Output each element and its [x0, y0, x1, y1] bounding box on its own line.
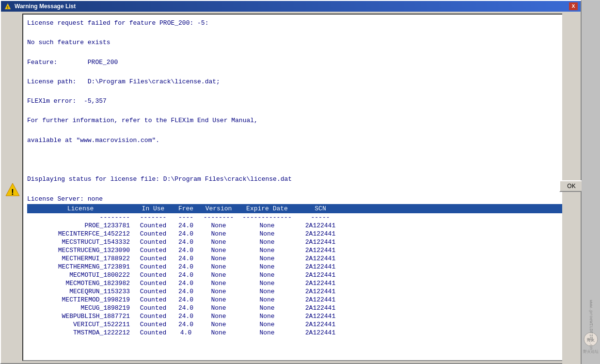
- cell-none: None: [238, 230, 296, 237]
- cell-license: MECTIREMOD_1998219: [27, 296, 134, 303]
- cell-inuse: Counted: [134, 329, 173, 336]
- ok-button[interactable]: OK: [559, 180, 584, 192]
- cell-scn: 2A122441: [296, 238, 345, 246]
- cell-scn: 2A122441: [296, 304, 345, 312]
- cell-none: None: [238, 296, 296, 303]
- table-row: MECTHERMENG_1723891 Counted 24.0 None No…: [27, 263, 566, 271]
- cell-expire: None: [199, 313, 238, 320]
- cell-inuse: Counted: [134, 271, 173, 279]
- table-row: VERICUT_1522211 Counted 24.0 None None 2…: [27, 320, 566, 329]
- cell-scn: 2A122441: [296, 280, 345, 287]
- cell-version: 24.0: [173, 321, 199, 328]
- table-row: MECSTRUCUT_1543332 Counted 24.0 None Non…: [27, 238, 566, 246]
- cell-version: 24.0: [173, 230, 199, 237]
- cell-version: 24.0: [173, 280, 199, 287]
- cell-scn: 2A122441: [296, 230, 345, 237]
- cell-version: 24.0: [173, 296, 199, 303]
- cell-expire: None: [199, 263, 238, 270]
- cell-license: MECMOTUI_1800222: [27, 271, 134, 279]
- svg-text:!: !: [7, 5, 9, 10]
- cell-expire: None: [199, 222, 238, 229]
- cell-version: 24.0: [173, 313, 199, 320]
- title-warning-icon: !: [4, 2, 12, 10]
- table-row: MECTHERMUI_1788922 Counted 24.0 None Non…: [27, 254, 566, 263]
- cell-version: 24.0: [173, 263, 199, 270]
- main-window: ! Warning Message List X !: [0, 0, 582, 364]
- cell-scn: 2A122441: [296, 271, 345, 279]
- table-row: MECUG_1898219 Counted 24.0 None None 2A1…: [27, 304, 566, 312]
- cell-none: None: [238, 263, 296, 270]
- text-area-container[interactable]: License request failed for feature PROE_…: [22, 14, 579, 361]
- cell-expire: None: [199, 304, 238, 312]
- col-scn-header: SCN: [296, 205, 345, 212]
- cell-expire: None: [199, 288, 238, 295]
- cell-none: None: [238, 304, 296, 312]
- cell-scn: 2A122441: [296, 288, 345, 295]
- warning-icon-area: !: [3, 181, 22, 201]
- title-bar-left: ! Warning Message List: [4, 2, 76, 10]
- title-text: Warning Message List: [15, 3, 76, 10]
- cell-scn: 2A122441: [296, 313, 345, 320]
- table-header-row: License In Use Free Version Expire Date …: [27, 204, 566, 213]
- div-expire: -------------: [238, 214, 296, 221]
- cell-none: None: [238, 280, 296, 287]
- window-content: !: [1, 12, 581, 363]
- message-content[interactable]: License request failed for feature PROE_…: [23, 15, 570, 360]
- cell-inuse: Counted: [134, 238, 173, 246]
- div-version: --------: [199, 214, 238, 221]
- cell-expire: None: [199, 321, 238, 328]
- div-scn: -----: [296, 214, 345, 221]
- cell-inuse: Counted: [134, 280, 173, 287]
- div-license: --------: [27, 214, 134, 221]
- cell-inuse: Counted: [134, 222, 173, 229]
- table-row: WEBPUBLISH_1887721 Counted 24.0 None Non…: [27, 312, 566, 320]
- cell-none: None: [238, 255, 296, 262]
- cell-version: 24.0: [173, 271, 199, 279]
- cell-license: MECEQRUN_1153233: [27, 288, 134, 295]
- div-free: ----: [173, 214, 199, 221]
- col-free-header: Free: [173, 205, 199, 212]
- col-license-header: License: [27, 205, 134, 212]
- cell-version: 24.0: [173, 304, 199, 312]
- cell-version: 4.0: [173, 329, 199, 336]
- table-row: MECMOTUI_1800222 Counted 24.0 None None …: [27, 271, 566, 279]
- cell-license: TMSTMDA_1222212: [27, 329, 134, 336]
- cell-none: None: [238, 247, 296, 254]
- main-area: 38.1% License request failed for feature…: [20, 12, 581, 363]
- cell-expire: None: [199, 255, 238, 262]
- cell-license: MECTHERMUI_1788922: [27, 255, 134, 262]
- close-button[interactable]: X: [569, 2, 578, 10]
- cell-version: 24.0: [173, 288, 199, 295]
- cell-none: None: [238, 238, 296, 246]
- cell-expire: None: [199, 271, 238, 279]
- table-row: MECTIREMOD_1998219 Counted 24.0 None Non…: [27, 296, 566, 304]
- cell-license: PROE_1233781: [27, 222, 134, 229]
- cell-scn: 2A122441: [296, 222, 345, 229]
- cell-none: None: [238, 288, 296, 295]
- cell-license: VERICUT_1522211: [27, 321, 134, 328]
- cell-expire: None: [199, 238, 238, 246]
- cell-inuse: Counted: [134, 321, 173, 328]
- right-border: www.proeWILDFIRE.cn 野火 野火论坛: [582, 0, 600, 364]
- cell-none: None: [238, 222, 296, 229]
- cell-scn: 2A122441: [296, 321, 345, 328]
- col-version-header: Version: [199, 205, 238, 212]
- cell-inuse: Counted: [134, 230, 173, 237]
- col-expire-header: Expire Date: [238, 205, 296, 212]
- cell-inuse: Counted: [134, 296, 173, 303]
- message-pre: License request failed for feature PROE_…: [27, 18, 566, 204]
- right-panel: OK: [562, 12, 581, 364]
- table-row: MECSTRUCENG_1323090 Counted 24.0 None No…: [27, 246, 566, 254]
- cell-expire: None: [199, 296, 238, 303]
- cell-license: MECSTRUCUT_1543332: [27, 238, 134, 246]
- forum-name: 野火论坛: [583, 349, 599, 354]
- cell-license: MECTHERMENG_1723891: [27, 263, 134, 270]
- table-row: TMSTMDA_1222212 Counted 4.0 None None 2A…: [27, 329, 566, 337]
- cell-inuse: Counted: [134, 255, 173, 262]
- table-rows-container: PROE_1233781 Counted 24.0 None None 2A12…: [27, 222, 566, 337]
- cell-none: None: [238, 313, 296, 320]
- table-divider-row: -------- ------- ---- -------- ---------…: [27, 213, 566, 222]
- watermark-text: www.proeWILDFIRE.cn: [588, 300, 593, 350]
- cell-inuse: Counted: [134, 247, 173, 254]
- cell-none: None: [238, 271, 296, 279]
